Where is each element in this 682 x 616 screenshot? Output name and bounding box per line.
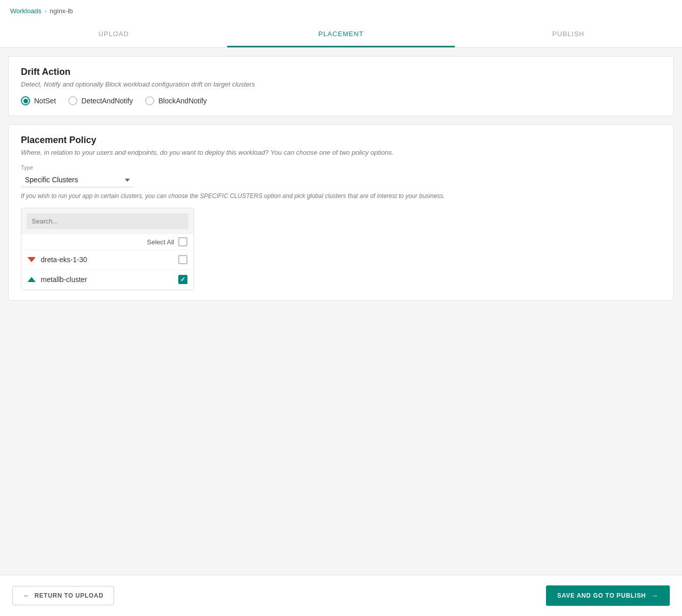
select-all-row: Select All bbox=[21, 234, 194, 250]
cluster-name: metallb-cluster bbox=[41, 275, 173, 284]
cluster-search-input[interactable] bbox=[26, 213, 188, 229]
radio-notset[interactable]: NotSet bbox=[21, 96, 56, 105]
footer: ← RETURN TO UPLOAD SAVE AND GO TO PUBLIS… bbox=[0, 575, 682, 616]
tab-upload[interactable]: UPLOAD bbox=[0, 22, 227, 47]
cluster-list-box: Select All dreta-eks-1-30 metallb-cluste… bbox=[21, 208, 194, 290]
placement-policy-title: Placement Policy bbox=[21, 135, 661, 146]
radio-detect[interactable]: DetectAndNotify bbox=[68, 96, 133, 105]
arrow-right-icon: → bbox=[651, 592, 659, 600]
breadcrumb-parent[interactable]: Workloads bbox=[10, 7, 41, 15]
radio-block-label: BlockAndNotify bbox=[158, 97, 207, 105]
select-all-label: Select All bbox=[147, 238, 174, 246]
drift-radio-group: NotSet DetectAndNotify BlockAndNotify bbox=[21, 96, 661, 105]
radio-notset-circle bbox=[21, 96, 30, 105]
cluster-up-icon bbox=[28, 277, 36, 282]
search-wrapper bbox=[21, 208, 194, 234]
tabs-bar: UPLOAD PLACEMENT PUBLISH bbox=[0, 22, 682, 48]
arrow-left-icon: ← bbox=[23, 592, 31, 600]
drift-action-subtitle: Detect, Notify and optionally Block work… bbox=[21, 80, 661, 88]
breadcrumb-current: nginx-lb bbox=[50, 7, 73, 15]
cluster-down-icon bbox=[28, 257, 36, 262]
cluster-rows: dreta-eks-1-30 metallb-cluster bbox=[21, 250, 194, 290]
radio-notset-label: NotSet bbox=[34, 97, 56, 105]
breadcrumb: Workloads › nginx-lb bbox=[0, 0, 682, 22]
select-all-checkbox[interactable] bbox=[178, 237, 187, 246]
save-label: SAVE AND GO TO PUBLISH bbox=[557, 592, 646, 599]
breadcrumb-separator: › bbox=[44, 7, 46, 15]
cluster-row[interactable]: metallb-cluster bbox=[21, 270, 194, 290]
tab-placement[interactable]: PLACEMENT bbox=[227, 22, 454, 47]
radio-detect-circle bbox=[68, 96, 77, 105]
type-select-wrapper: Specific Clusters All Clusters bbox=[21, 173, 133, 187]
placement-policy-subtitle: Where, in relation to your users and end… bbox=[21, 149, 661, 156]
tab-publish[interactable]: PUBLISH bbox=[455, 22, 682, 47]
type-select[interactable]: Specific Clusters All Clusters bbox=[21, 173, 133, 187]
cluster-checkbox[interactable] bbox=[178, 275, 187, 284]
placement-hint: If you wish to run your app in certain c… bbox=[21, 192, 661, 200]
drift-action-title: Drift Action bbox=[21, 67, 661, 77]
type-label: Type bbox=[21, 164, 661, 171]
cluster-name: dreta-eks-1-30 bbox=[41, 256, 173, 264]
main-content: Drift Action Detect, Notify and optional… bbox=[0, 48, 682, 575]
cluster-row[interactable]: dreta-eks-1-30 bbox=[21, 250, 194, 270]
cluster-checkbox[interactable] bbox=[178, 255, 187, 264]
placement-policy-card: Placement Policy Where, in relation to y… bbox=[8, 124, 674, 301]
radio-detect-label: DetectAndNotify bbox=[81, 97, 133, 105]
drift-action-card: Drift Action Detect, Notify and optional… bbox=[8, 56, 674, 116]
radio-block[interactable]: BlockAndNotify bbox=[145, 96, 207, 105]
return-to-upload-button[interactable]: ← RETURN TO UPLOAD bbox=[12, 586, 114, 605]
return-label: RETURN TO UPLOAD bbox=[35, 592, 103, 599]
radio-block-circle bbox=[145, 96, 154, 105]
save-and-publish-button[interactable]: SAVE AND GO TO PUBLISH → bbox=[546, 585, 670, 606]
